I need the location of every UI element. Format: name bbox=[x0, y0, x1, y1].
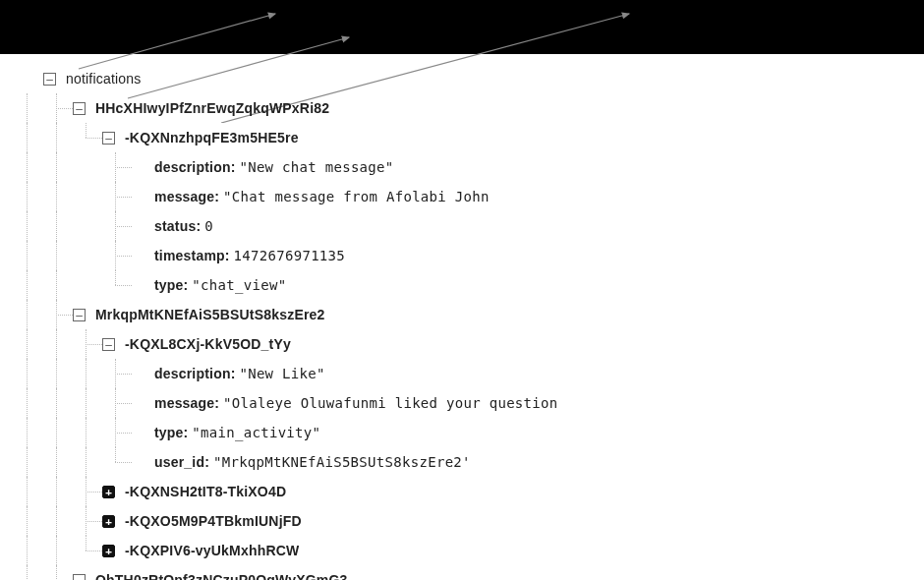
node-user1-child[interactable]: – -KQXNnzhpqFE3m5HE5re bbox=[14, 123, 924, 152]
node-user-3[interactable]: – QhTH0zRtOpf3zNCzuP0OgWyXGmG3 bbox=[14, 565, 924, 580]
leaf-key: message: bbox=[154, 189, 219, 204]
leaf-key: type: bbox=[154, 425, 188, 440]
leaf-user-id[interactable]: user_id: "MrkqpMtKNEfAiS5BSUtS8kszEre2' bbox=[14, 447, 924, 477]
node-notifications[interactable]: – notifications bbox=[14, 64, 924, 93]
leaf-key: timestamp: bbox=[154, 248, 230, 263]
expand-icon[interactable]: + bbox=[102, 486, 115, 498]
leaf-key: description: bbox=[154, 159, 236, 175]
tree-root: – notifications – HHcXHIwyIPfZnrEwqZqkqW… bbox=[0, 54, 924, 580]
leaf-key: status: bbox=[154, 218, 201, 234]
leaf-key: message: bbox=[154, 395, 219, 411]
node-user-1[interactable]: – HHcXHIwyIPfZnrEwqZqkqWPxRi82 bbox=[14, 93, 924, 123]
leaf-description[interactable]: description: "New chat message" bbox=[14, 152, 924, 182]
node-user-2[interactable]: – MrkqpMtKNEfAiS5BSUtS8kszEre2 bbox=[14, 300, 924, 329]
key-label: QhTH0zRtOpf3zNCzuP0OgWyXGmG3 bbox=[95, 572, 348, 580]
leaf-key: user_id: bbox=[154, 454, 209, 470]
leaf-value: 0 bbox=[204, 218, 213, 234]
leaf-message[interactable]: message: "Olaleye Oluwafunmi liked your … bbox=[14, 388, 924, 418]
node-user2-child[interactable]: – -KQXL8CXj-KkV5OD_tYy bbox=[14, 329, 924, 359]
collapse-icon[interactable]: – bbox=[102, 132, 115, 145]
expand-icon[interactable]: + bbox=[102, 515, 115, 528]
leaf-message[interactable]: message: "Chat message from Afolabi John bbox=[14, 182, 924, 211]
leaf-type[interactable]: type: "main_activity" bbox=[14, 418, 924, 447]
key-label: -KQXO5M9P4TBkmIUNjFD bbox=[125, 513, 302, 529]
key-label: -KQXL8CXj-KkV5OD_tYy bbox=[125, 336, 291, 352]
key-label: HHcXHIwyIPfZnrEwqZqkqWPxRi82 bbox=[95, 100, 329, 116]
key-label: MrkqpMtKNEfAiS5BSUtS8kszEre2 bbox=[95, 307, 325, 322]
node-collapsed[interactable]: + -KQXNSH2tIT8-TkiXO4D bbox=[14, 477, 924, 506]
leaf-timestamp[interactable]: timestamp: 1472676971135 bbox=[14, 241, 924, 270]
expand-icon[interactable]: + bbox=[102, 545, 115, 557]
leaf-value: "Olaleye Oluwafunmi liked your question bbox=[223, 395, 557, 411]
node-collapsed[interactable]: + -KQXO5M9P4TBkmIUNjFD bbox=[14, 506, 924, 536]
leaf-value: "main_activity" bbox=[192, 425, 320, 440]
leaf-key: type: bbox=[154, 277, 188, 293]
collapse-icon[interactable]: – bbox=[73, 309, 86, 321]
collapse-icon[interactable]: – bbox=[73, 102, 86, 115]
leaf-value: "Chat message from Afolabi John bbox=[223, 189, 490, 204]
leaf-value: "chat_view" bbox=[192, 277, 286, 293]
top-black-bar bbox=[0, 0, 924, 54]
key-label: notifications bbox=[66, 71, 142, 87]
leaf-description[interactable]: description: "New Like" bbox=[14, 359, 924, 388]
key-label: -KQXNnzhpqFE3m5HE5re bbox=[125, 130, 299, 145]
collapse-icon[interactable]: – bbox=[102, 338, 115, 351]
collapse-icon[interactable]: – bbox=[43, 73, 56, 86]
node-collapsed[interactable]: + -KQXPIV6-vyUkMxhhRCW bbox=[14, 536, 924, 565]
key-label: -KQXPIV6-vyUkMxhhRCW bbox=[125, 543, 299, 558]
leaf-value: 1472676971135 bbox=[234, 248, 345, 263]
leaf-type[interactable]: type: "chat_view" bbox=[14, 270, 924, 300]
leaf-value: "New Like" bbox=[239, 366, 324, 381]
leaf-value: "New chat message" bbox=[239, 159, 393, 175]
collapse-icon[interactable]: – bbox=[73, 574, 86, 581]
leaf-value: "MrkqpMtKNEfAiS5BSUtS8kszEre2' bbox=[213, 454, 471, 470]
leaf-status[interactable]: status: 0 bbox=[14, 211, 924, 241]
key-label: -KQXNSH2tIT8-TkiXO4D bbox=[125, 484, 286, 499]
leaf-key: description: bbox=[154, 366, 236, 381]
